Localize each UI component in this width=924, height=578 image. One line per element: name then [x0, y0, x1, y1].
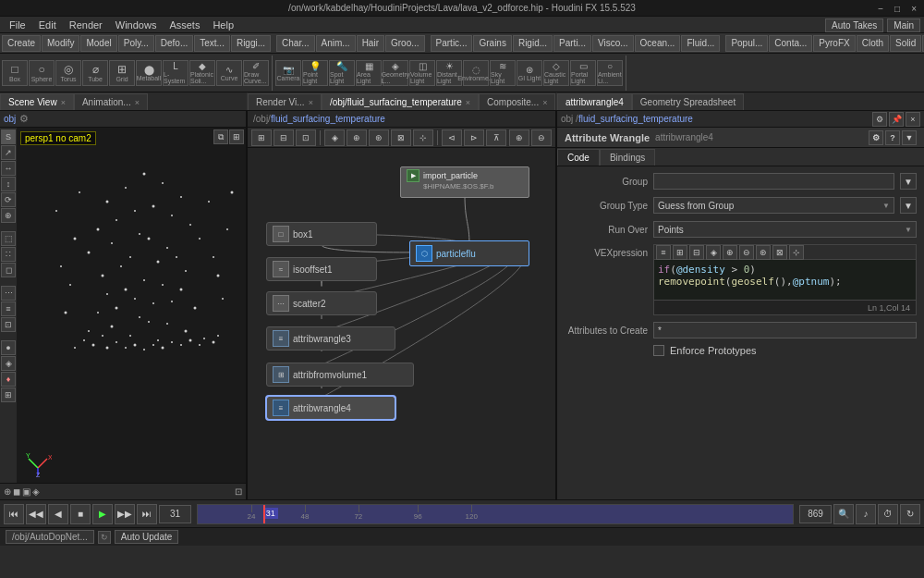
tb-defo[interactable]: Defo... [155, 35, 193, 52]
tab-scene-view[interactable]: Scene View × [0, 93, 74, 110]
shelf-arealight[interactable]: ▦Area Light [356, 60, 382, 86]
shelf-tube[interactable]: ⌀Tube [82, 60, 108, 86]
aw-title-info[interactable]: ? [885, 130, 900, 145]
tb-poly[interactable]: Poly... [118, 35, 154, 52]
btn-prev-frame[interactable]: ◀◀ [26, 504, 46, 524]
vp-tool-4[interactable]: ⟳ [1, 192, 16, 207]
shelf-skylight[interactable]: ≋Sky Light [490, 60, 516, 86]
status-path-btn[interactable]: /obj/AutoDopNet... [6, 530, 94, 544]
shelf-box[interactable]: □Box [2, 60, 28, 86]
tb-grains[interactable]: Grains [473, 35, 511, 52]
ng-tb-zoom-out[interactable]: ⊖ [531, 129, 552, 146]
tab-animation-close[interactable]: × [135, 98, 140, 107]
tb-create[interactable]: Create [2, 35, 41, 52]
vex-tb-3[interactable]: ⊟ [689, 245, 704, 260]
shelf-metaball[interactable]: ⬤Metaball [136, 60, 162, 86]
tb-model[interactable]: Model [80, 35, 116, 52]
viewport-bottom-3[interactable]: ▣ [22, 486, 30, 497]
btn-loop[interactable]: ↻ [900, 504, 920, 524]
vp-tool-10[interactable]: ≡ [1, 301, 16, 316]
aw-grouptype-dropdown[interactable]: Guess from Group ▼ [653, 197, 894, 214]
tab-geometry-spreadsheet[interactable]: Geometry Spreadsheet [632, 93, 744, 110]
node-box1[interactable]: □ box1 [266, 222, 377, 246]
menu-assets[interactable]: Assets [164, 18, 205, 31]
vex-tb-6[interactable]: ⊖ [739, 245, 754, 260]
status-auto-update-btn[interactable]: Auto Update [115, 530, 179, 544]
tb-solid[interactable]: Solid [890, 35, 921, 52]
vex-tb-5[interactable]: ⊕ [723, 245, 737, 260]
current-frame-input[interactable] [159, 505, 191, 523]
tb-text[interactable]: Text... [194, 35, 230, 52]
tb-hair[interactable]: Hair [357, 35, 384, 52]
menu-file[interactable]: File [4, 18, 31, 31]
auto-takes-btn[interactable]: Auto Takes [825, 18, 883, 32]
node-isooffset1[interactable]: ≈ isooffset1 [266, 257, 377, 281]
tb-conta[interactable]: Conta... [769, 35, 812, 52]
shelf-geomlight[interactable]: ◈Geometry L... [383, 60, 408, 86]
tb-cloth[interactable]: Cloth [857, 35, 889, 52]
tb-anim[interactable]: Anim... [316, 35, 356, 52]
minimize-btn[interactable]: − [874, 4, 887, 14]
vp-tool-5[interactable]: ⊕ [1, 208, 16, 223]
node-attribfromvolume1[interactable]: ⊞ attribfromvolume1 [266, 363, 414, 387]
vp-tool-11[interactable]: ⊡ [1, 317, 16, 332]
tb-partic[interactable]: Partic... [431, 35, 473, 52]
tb-popul[interactable]: Popul... [725, 35, 768, 52]
tb-riggi[interactable]: Riggi... [231, 35, 271, 52]
btn-stop[interactable]: ■ [70, 504, 91, 524]
aw-title-more[interactable]: ▼ [902, 130, 917, 145]
tb-char[interactable]: Char... [276, 35, 314, 52]
btn-realtime[interactable]: ⏱ [878, 504, 898, 524]
ng-tb-5[interactable]: ⊕ [346, 129, 367, 146]
tab-composite-close[interactable]: × [542, 98, 547, 107]
right-header-gear[interactable]: ⚙ [872, 112, 887, 127]
aw-title-gear[interactable]: ⚙ [869, 130, 883, 145]
ng-tb-4[interactable]: ◈ [324, 129, 345, 146]
node-attribwrangle3[interactable]: ≡ attribwrangle3 [266, 326, 395, 350]
viewport-bottom-4[interactable]: ◈ [32, 486, 40, 497]
tab-fluid-temp-close[interactable]: × [466, 98, 470, 107]
vex-tb-1[interactable]: ≡ [656, 245, 671, 260]
viewport-bottom-5[interactable]: ⊡ [235, 486, 242, 497]
shelf-ambientlight[interactable]: ○Ambient Li... [597, 60, 623, 86]
tb-groo[interactable]: Groo... [385, 35, 425, 52]
ng-tb-1[interactable]: ⊞ [251, 129, 272, 146]
end-frame-input[interactable] [799, 505, 832, 523]
tb-rigid[interactable]: Rigid... [513, 35, 553, 52]
ng-tb-8[interactable]: ⊹ [413, 129, 433, 146]
aw-tab-code[interactable]: Code [557, 149, 600, 166]
vp-tool-3[interactable]: ↕ [1, 177, 16, 191]
viewport-bottom-2[interactable]: ◼ [13, 486, 20, 497]
shelf-drawcurve[interactable]: ✐Draw Curve... [243, 60, 269, 86]
shelf-causticlight[interactable]: ◇Caustic Light [543, 60, 569, 86]
vex-code-editor[interactable]: if(@density > 0) removepoint(geoself(),@… [653, 259, 917, 301]
node-particlefluid[interactable]: ⬡ particleflu [409, 240, 529, 266]
tab-animation[interactable]: Animation... × [74, 93, 148, 110]
right-header-close[interactable]: × [906, 112, 920, 127]
vex-tb-8[interactable]: ⊠ [772, 245, 787, 260]
vex-tb-7[interactable]: ⊛ [756, 245, 771, 260]
vp-tool-1[interactable]: ↗ [1, 145, 16, 160]
node-attribwrangle4[interactable]: ≡ attribwrangle4 [266, 396, 395, 420]
shelf-gilight[interactable]: ⊛GI Light [517, 60, 542, 86]
btn-step-back[interactable]: ◀ [48, 504, 68, 524]
menu-windows[interactable]: Windows [110, 18, 163, 31]
menu-render[interactable]: Render [64, 18, 108, 31]
shelf-torus[interactable]: ◎Torus [55, 60, 81, 86]
status-refresh-btn[interactable]: ↻ [98, 531, 111, 544]
vex-tb-4[interactable]: ◈ [706, 245, 721, 260]
node-import-particle[interactable]: ▶ import_particle $HIPNAME.$OS.$F.b [400, 166, 529, 198]
shelf-pointlight[interactable]: 💡Point Light [302, 60, 328, 86]
shelf-portallight[interactable]: ▭Portal Light [570, 60, 596, 86]
ng-tb-9[interactable]: ⊲ [442, 129, 462, 146]
shelf-curve[interactable]: ∿Curve [216, 60, 242, 86]
vp-tool-7[interactable]: ∷ [1, 247, 16, 262]
aw-enforce-checkbox[interactable] [653, 345, 664, 356]
ng-tb-zoom-in[interactable]: ⊕ [509, 129, 529, 146]
vp-tool-14[interactable]: ♦ [1, 372, 16, 387]
vp-tool-13[interactable]: ◈ [1, 356, 16, 371]
tab-render-view-close[interactable]: × [309, 98, 313, 107]
btn-step-forward[interactable]: ▶▶ [115, 504, 135, 524]
tb-pyro[interactable]: PyroFX [813, 35, 855, 52]
vp-tool-select[interactable]: S [1, 129, 16, 144]
